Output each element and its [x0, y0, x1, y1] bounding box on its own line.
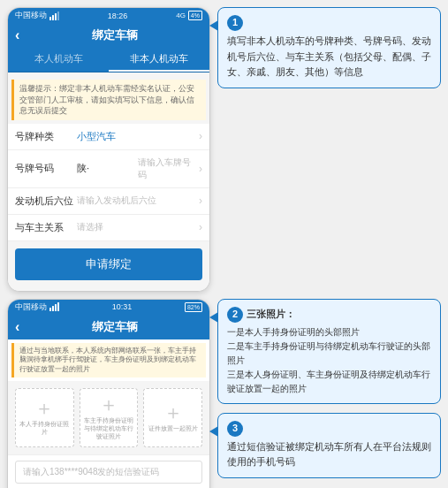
annotation-2: 2 三张照片： 一是本人手持身份证明的头部照片 二是车主手持身份证明与待绑定机动…: [217, 299, 441, 404]
tabs-row-1: 本人机动车 非本人机动车: [8, 48, 209, 72]
photo-label-2: 证件放置一起照片: [148, 424, 198, 432]
phone-frame-2: 中国移动 10:31 82% ‹ 绑定: [7, 299, 210, 488]
signal-label: 4G: [176, 11, 186, 19]
tab-own-vehicle[interactable]: 本人机动车: [8, 48, 109, 72]
nav-bar-2: ‹ 绑定车辆: [8, 315, 209, 339]
label-plate: 号牌号码: [15, 162, 77, 175]
nav-title-1: 绑定车辆: [27, 27, 202, 43]
arrow-relation: ›: [199, 221, 202, 233]
section-2: 中国移动 10:31 82% ‹ 绑定: [7, 299, 441, 488]
arrow-plate: ›: [199, 163, 202, 175]
time-label: 18:26: [108, 11, 128, 20]
label-type: 号牌种类: [15, 130, 77, 143]
time-label-2: 10:31: [112, 302, 133, 311]
annotation-1: 1 填写非本人机动车的号牌种类、号牌号码、发动机号后六位、与车主关系（包括父母、…: [217, 7, 441, 88]
photo-box-0[interactable]: ＋ 本人手持身份证照片: [15, 388, 74, 447]
battery-icon: 4%: [188, 11, 202, 20]
photo-label-0: 本人手持身份证照片: [19, 420, 70, 436]
annotation-num-2: 2: [227, 307, 243, 323]
back-button[interactable]: ‹: [15, 27, 19, 43]
form-row-type[interactable]: 号牌种类 小型汽车 ›: [8, 124, 209, 150]
photo-box-1[interactable]: ＋ 车主手持身份证明与待绑定机动车行驶证照片: [80, 388, 139, 447]
annotation-text-3: 通过短信验证被绑定机动车所有人在平台法规则使用的手机号码: [227, 441, 431, 468]
submit-btn-1[interactable]: 申请绑定: [15, 248, 202, 280]
arrow-engine: ›: [199, 194, 202, 207]
annotation-text-1: 填写非本人机动车的号牌种类、号牌号码、发动机号后六位、与车主关系（包括父母、配偶…: [227, 35, 431, 77]
photo-plus-1: ＋: [99, 395, 118, 415]
annotation-num-1: 1: [227, 15, 243, 31]
form-section-1: 号牌种类 小型汽车 › 号牌号码 陕· 请输入车牌号码 › 发动机后六位 请: [8, 124, 209, 241]
back-button-2[interactable]: ‹: [15, 319, 19, 335]
annotation-num-3: 3: [227, 421, 243, 437]
form-row-relation[interactable]: 与车主关系 请选择 ›: [8, 215, 209, 241]
annotation-3: 3 通过短信验证被绑定机动车所有人在平台法规则使用的手机号码: [217, 413, 441, 478]
plate-placeholder: 请输入车牌号码: [138, 156, 199, 181]
value-type: 小型汽车: [77, 130, 199, 143]
relation-placeholder: 请选择: [77, 221, 199, 233]
carrier-label: 中国移动: [15, 10, 47, 21]
phone-frame-1: 中国移动 18:26 4G 4%: [7, 7, 210, 292]
nav-title-2: 绑定车辆: [27, 319, 202, 335]
form-row-plate[interactable]: 号牌号码 陕· 请输入车牌号码 ›: [8, 150, 209, 188]
status-bar-2: 中国移动 10:31 82%: [8, 300, 209, 315]
annotation-title-2: 三张照片：: [247, 307, 295, 323]
engine-placeholder: 请输入发动机后六位: [77, 194, 199, 207]
photo-box-2[interactable]: ＋ 证件放置一起照片: [143, 388, 202, 447]
annot-line-2: 三是本人身份证明、车主身份证明及待绑定机动车行驶证放置一起的照片: [227, 368, 431, 396]
status-bar-1: 中国移动 18:26 4G 4%: [8, 8, 209, 23]
photo-plus-2: ＋: [163, 403, 183, 423]
sms-input-row: 请输入138****9048发的短信验证码: [8, 454, 209, 488]
annotations-col: 2 三张照片： 一是本人手持身份证明的头部照片 二是车主手持身份证明与待绑定机动…: [217, 299, 441, 478]
nav-bar-1: ‹ 绑定车辆: [8, 23, 209, 48]
form-row-engine[interactable]: 发动机后六位 请输入发动机后六位 ›: [8, 188, 209, 215]
photo-label-1: 车主手持身份证明与待绑定机动车行驶证照片: [84, 416, 134, 440]
photo-plus-0: ＋: [34, 399, 54, 418]
annotation-lines-2: 一是本人手持身份证明的头部照片 二是车主手持身份证明与待绑定机动车行驶证的头部照…: [227, 325, 431, 396]
plate-prefix: 陕·: [77, 162, 138, 175]
section-1: 中国移动 18:26 4G 4%: [7, 7, 441, 292]
info-banner-2: 通过与当地联系，本人系统内部网络联系一张，车主手持脑洞待拿机绑手行驾驶证，车主身…: [11, 343, 206, 377]
annot-line-1: 二是车主手持身份证明与待绑定机动车行驶证的头部照片: [227, 339, 431, 368]
annot-line-0: 一是本人手持身份证明的头部照片: [227, 325, 431, 339]
arrow-type: ›: [199, 130, 202, 142]
carrier-label-2: 中国移动: [15, 301, 47, 313]
form-content-1: 温馨提示：绑定非本人机动车需经实名认证，公安交管部门人工审核，请如实填写以下信息…: [8, 72, 209, 291]
label-engine: 发动机后六位: [15, 194, 77, 208]
battery-icon-2: 82%: [185, 302, 202, 312]
label-relation: 与车主关系: [15, 221, 77, 234]
photos-row: ＋ 本人手持身份证照片 ＋ 车主手持身份证明与待绑定机动车行驶证照片 ＋ 证件放…: [8, 381, 209, 454]
sms-input[interactable]: 请输入138****9048发的短信验证码: [15, 461, 202, 484]
tab-other-vehicle[interactable]: 非本人机动车: [109, 48, 209, 72]
info-banner-1: 温馨提示：绑定非本人机动车需经实名认证，公安交管部门人工审核，请如实填写以下信息…: [11, 80, 206, 120]
